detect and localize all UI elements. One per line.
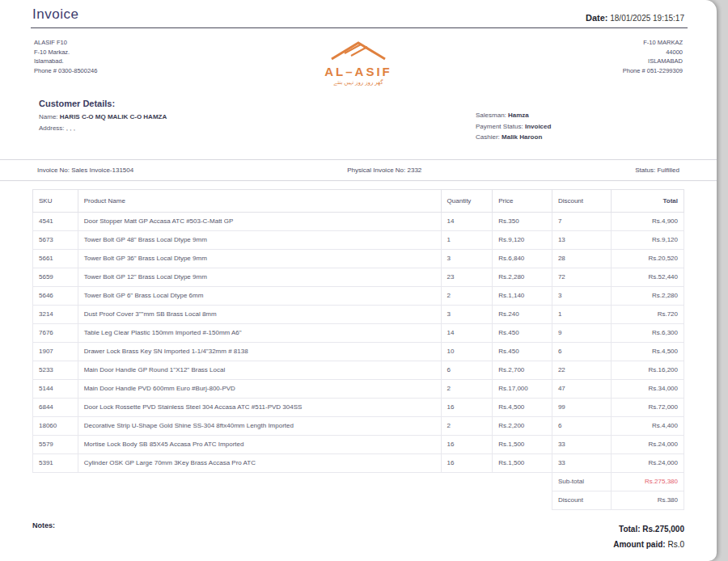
cell-sku: 5673 (33, 230, 78, 249)
cell-total: Rs.6,300 (612, 323, 684, 342)
cell-quantity: 10 (441, 342, 493, 361)
invoice-page: Invoice Date: 18/01/2025 19:15:17 ALASIF… (0, 0, 717, 561)
cell-price: Rs.2,200 (493, 416, 552, 435)
cell-total: Rs.720 (612, 305, 684, 323)
physical-invoice-value: 2332 (407, 167, 421, 174)
cell-discount: 3 (552, 286, 612, 305)
table-row: 3214 Dust Proof Cover 3""mm SB Brass Loc… (33, 305, 684, 323)
cell-sku: 5661 (33, 249, 78, 268)
line-items-table: SKU Product Name Quantity Price Discount… (32, 189, 684, 510)
cell-product-name: Main Door Handle GP Round 1"X12" Brass L… (78, 361, 441, 379)
sales-details: Salesman: Hamza Payment Status: Invoiced… (476, 99, 678, 143)
payment-status-value: Invoiced (525, 123, 551, 130)
company-address-left: ALASIF F10 F-10 Markaz. Islamabad. Phone… (34, 38, 212, 86)
cell-total: Rs.72,000 (612, 398, 684, 416)
cell-product-name: Dust Proof Cover 3""mm SB Brass Local 8m… (78, 305, 441, 323)
payment-status-row: Payment Status: Invoiced (476, 121, 678, 133)
cell-quantity: 3 (441, 249, 493, 268)
amount-paid-value: Rs.0 (667, 540, 684, 549)
cell-product-name: Tower Bolt GP 48" Brass Local Dtype 9mm (78, 230, 441, 249)
cell-sku: 18060 (33, 416, 78, 435)
address-line: 44000 (505, 48, 683, 57)
status-value: Fulfilled (657, 167, 679, 174)
cell-discount: 72 (552, 268, 612, 286)
col-header-price: Price (493, 189, 552, 212)
cell-quantity: 23 (441, 268, 493, 286)
customer-name-value: HARIS C-O MQ MALIK C-O HAMZA (60, 113, 167, 120)
table-row: 4541 Door Stopper Matt GP Accasa ATC #50… (33, 212, 684, 230)
invoice-no-value: Sales Invoice-131504 (71, 167, 133, 174)
page-header: Invoice Date: 18/01/2025 19:15:17 (0, 6, 717, 27)
cell-total: Rs.9,120 (612, 230, 684, 249)
cell-price: Rs.4,500 (493, 398, 552, 416)
cell-product-name: Tower Bolt GP 6" Brass Local Dtype 6mm (78, 286, 441, 305)
subtotal-row: Sub-total Rs.275,380 (33, 472, 684, 491)
cashier-row: Cashier: Malik Haroon (476, 132, 678, 143)
cell-quantity: 2 (441, 416, 493, 435)
address-line: ISLAMABAD (505, 57, 683, 66)
total-value: Rs.275,000 (642, 525, 684, 534)
invoice-no: Invoice No: Sales Invoice-131504 (37, 167, 133, 174)
cell-discount: 22 (552, 361, 612, 379)
cell-sku: 5144 (33, 379, 78, 398)
cell-discount: 6 (552, 342, 612, 361)
customer-address-value: , , , (66, 124, 75, 132)
cell-price: Rs.1,140 (493, 286, 552, 305)
table-row: 7676 Table Leg Clear Plastic 150mm Impor… (33, 323, 684, 342)
cell-total: Rs.24,000 (612, 435, 684, 453)
cell-product-name: Door Lock Rossette PVD Stainless Steel 3… (78, 398, 441, 416)
cell-quantity: 6 (441, 361, 493, 379)
customer-name-row: Name: HARIS C-O MQ MALIK C-O HAMZA (39, 112, 167, 123)
cell-discount: 7 (552, 212, 612, 230)
date-value: 18/01/2025 19:15:17 (610, 14, 684, 23)
company-logo: AL–ASIF گھر روز روز نہیں بنتے (298, 40, 419, 86)
customer-section: Customer Details: Name: HARIS C-O MQ MAL… (0, 86, 717, 143)
table-row: 1907 Drawer Lock Brass Key SN Imported 1… (33, 342, 684, 361)
cell-product-name: Cylinder OSK GP Large 70mm 3Key Brass Ac… (78, 453, 441, 472)
cell-product-name: Table Leg Clear Plastic 150mm Imported #… (78, 323, 441, 342)
cell-discount: 9 (552, 323, 612, 342)
cell-quantity: 16 (441, 435, 493, 453)
cell-quantity: 3 (441, 305, 493, 323)
salesman-row: Salesman: Hamza (476, 110, 678, 121)
cell-total: Rs.24,000 (612, 453, 684, 472)
cell-discount: 13 (552, 230, 612, 249)
cell-sku: 5659 (33, 268, 78, 286)
cell-product-name: Mortise Lock Body SB 85X45 Accasa Pro AT… (78, 435, 441, 453)
cell-total: Rs.16,200 (612, 361, 684, 379)
invoice-status: Status: Fulfilled (635, 167, 679, 174)
cell-total: Rs.34,000 (612, 379, 684, 398)
cell-price: Rs.2,700 (493, 361, 552, 379)
cell-total: Rs.20,520 (612, 249, 684, 268)
table-row: 5391 Cylinder OSK GP Large 70mm 3Key Bra… (33, 453, 684, 472)
cell-price: Rs.2,280 (493, 268, 552, 286)
cell-product-name: Tower Bolt GP 12" Brass Local Dtype 9mm (78, 268, 441, 286)
col-header-discount: Discount (552, 189, 612, 212)
cell-sku: 5579 (33, 435, 78, 453)
cell-quantity: 2 (441, 286, 493, 305)
cell-sku: 3214 (33, 305, 78, 323)
page-title: Invoice (32, 6, 78, 23)
customer-name-label: Name: (39, 113, 58, 120)
col-header-total: Total (612, 189, 684, 212)
col-header-quantity: Quantity (441, 189, 493, 212)
cell-price: Rs.240 (493, 305, 552, 323)
totals-block: Total: Rs.275,000 Amount paid: Rs.0 (613, 521, 684, 552)
address-line: F-10 Markaz. (34, 48, 212, 57)
cell-discount: 99 (552, 398, 612, 416)
col-header-sku: SKU (33, 189, 78, 212)
footer-section: Notes: Total: Rs.275,000 Amount paid: Rs… (0, 510, 717, 552)
customer-details-heading: Customer Details: (39, 99, 167, 108)
customer-address-label: Address: (39, 124, 65, 132)
table-row: 18060 Decorative Strip U-Shape Gold Shin… (33, 416, 684, 435)
invoice-meta-bar: Invoice No: Sales Invoice-131504 Physica… (0, 159, 717, 181)
discount-row: Discount Rs.380 (33, 491, 684, 509)
table-row: 5579 Mortise Lock Body SB 85X45 Accasa P… (33, 435, 684, 453)
cell-sku: 4541 (33, 212, 78, 230)
col-header-product-name: Product Name (78, 189, 441, 212)
notes-label: Notes: (32, 521, 55, 529)
customer-address-row: Address: , , , (39, 123, 167, 134)
cell-sku: 5233 (33, 361, 78, 379)
address-line: ALASIF F10 (34, 38, 212, 48)
cell-discount: 33 (552, 435, 612, 453)
